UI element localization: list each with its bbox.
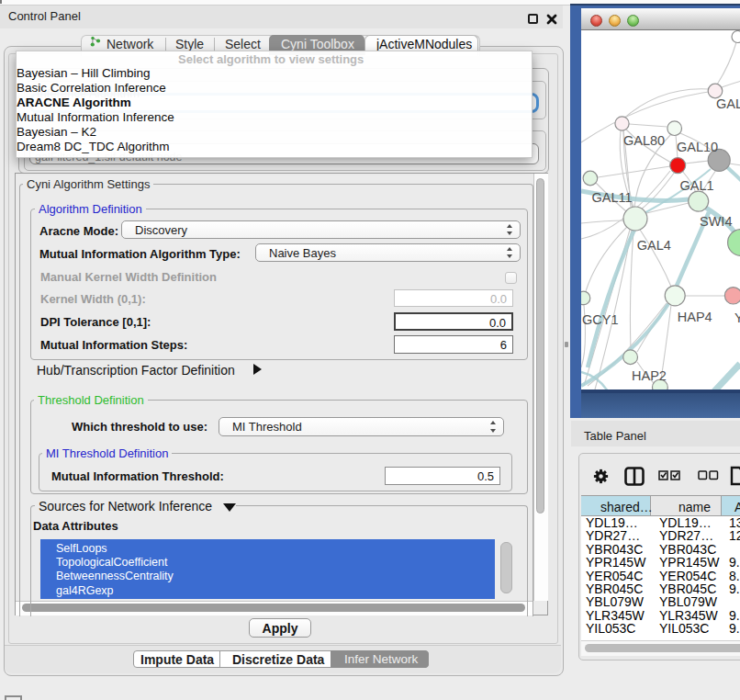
svg-text:GAL11: GAL11 [592, 190, 633, 205]
svg-text:Y: Y [734, 310, 740, 325]
svg-text:GCY1: GCY1 [582, 312, 619, 327]
svg-text:GAL10: GAL10 [677, 140, 718, 154]
svg-text:HAP4: HAP4 [678, 310, 712, 324]
svg-text:GAL1: GAL1 [680, 178, 714, 193]
svg-text:SWI4: SWI4 [700, 214, 732, 229]
svg-text:GAL80: GAL80 [623, 133, 665, 148]
svg-text:GAL: GAL [716, 96, 740, 111]
svg-text:GAL4: GAL4 [637, 238, 671, 253]
svg-text:HAP2: HAP2 [632, 368, 667, 383]
